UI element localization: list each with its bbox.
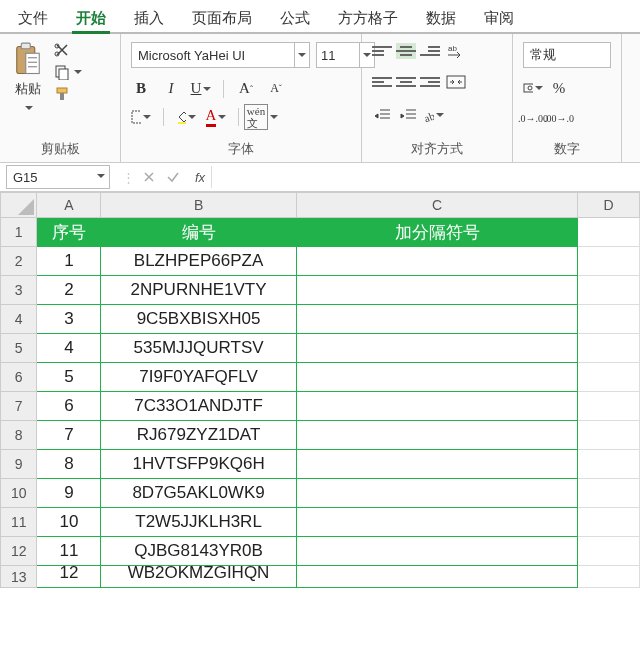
menu-review[interactable]: 审阅 bbox=[470, 5, 528, 32]
italic-button[interactable]: I bbox=[161, 79, 181, 99]
increase-indent-button[interactable] bbox=[398, 105, 418, 125]
select-all-corner[interactable] bbox=[1, 193, 37, 218]
borders-button[interactable] bbox=[131, 107, 151, 127]
row-header[interactable]: 1 bbox=[1, 218, 37, 247]
cell[interactable]: 535MJJQURTSV bbox=[101, 334, 297, 363]
cell[interactable] bbox=[296, 508, 578, 537]
cell[interactable] bbox=[296, 537, 578, 566]
cell[interactable]: 4 bbox=[37, 334, 101, 363]
column-header-B[interactable]: B bbox=[101, 193, 297, 218]
row-header[interactable]: 11 bbox=[1, 508, 37, 537]
align-middle-button[interactable] bbox=[396, 43, 416, 59]
menu-file[interactable]: 文件 bbox=[4, 5, 62, 32]
row-header[interactable]: 9 bbox=[1, 450, 37, 479]
wrap-text-button[interactable]: ab bbox=[446, 42, 466, 60]
align-bottom-button[interactable] bbox=[420, 43, 440, 59]
align-center-button[interactable] bbox=[396, 74, 416, 90]
copy-button[interactable] bbox=[54, 64, 82, 80]
cell[interactable] bbox=[296, 421, 578, 450]
column-header-C[interactable]: C bbox=[296, 193, 578, 218]
align-right-button[interactable] bbox=[420, 74, 440, 90]
cell[interactable]: BLZHPEP66PZA bbox=[101, 247, 297, 276]
cell[interactable]: RJ679ZYZ1DAT bbox=[101, 421, 297, 450]
align-top-button[interactable] bbox=[372, 43, 392, 59]
cell[interactable]: 11 bbox=[37, 537, 101, 566]
cell[interactable] bbox=[296, 479, 578, 508]
cell[interactable]: 5 bbox=[37, 363, 101, 392]
number-format-select[interactable]: 常规 bbox=[523, 42, 611, 68]
row-header[interactable]: 3 bbox=[1, 276, 37, 305]
cell[interactable]: 9C5BXBISXH05 bbox=[101, 305, 297, 334]
cell[interactable]: 2 bbox=[37, 276, 101, 305]
cell[interactable]: 6 bbox=[37, 392, 101, 421]
decrease-font-button[interactable]: Aˇ bbox=[266, 79, 286, 99]
cell[interactable] bbox=[578, 276, 640, 305]
cell[interactable]: QJBG8143YR0B bbox=[101, 537, 297, 566]
bold-button[interactable]: B bbox=[131, 79, 151, 99]
cell[interactable] bbox=[296, 334, 578, 363]
decrease-decimal-button[interactable]: .00→.0 bbox=[549, 108, 569, 128]
cell[interactable] bbox=[578, 218, 640, 247]
fx-label[interactable]: fx bbox=[195, 170, 205, 185]
cancel-icon[interactable] bbox=[141, 169, 157, 185]
merge-cells-button[interactable] bbox=[446, 73, 466, 91]
paste-dropdown-icon[interactable] bbox=[23, 100, 33, 115]
cut-button[interactable] bbox=[54, 42, 82, 58]
cell[interactable] bbox=[578, 334, 640, 363]
format-painter-button[interactable] bbox=[54, 86, 82, 102]
row-header[interactable]: 4 bbox=[1, 305, 37, 334]
menu-page-layout[interactable]: 页面布局 bbox=[178, 5, 266, 32]
row-header[interactable]: 7 bbox=[1, 392, 37, 421]
cell[interactable] bbox=[296, 450, 578, 479]
menu-ffgz[interactable]: 方方格子 bbox=[324, 5, 412, 32]
column-header-A[interactable]: A bbox=[37, 193, 101, 218]
cell[interactable]: 9 bbox=[37, 479, 101, 508]
row-header[interactable]: 5 bbox=[1, 334, 37, 363]
row-header[interactable]: 13 bbox=[1, 566, 37, 588]
menu-insert[interactable]: 插入 bbox=[120, 5, 178, 32]
table-header-cell[interactable]: 编号 bbox=[101, 218, 297, 247]
cell[interactable] bbox=[296, 276, 578, 305]
increase-font-button[interactable]: Aˆ bbox=[236, 79, 256, 99]
cell[interactable]: 12 bbox=[37, 566, 101, 588]
cell[interactable]: 8 bbox=[37, 450, 101, 479]
paste-button[interactable]: 粘贴 bbox=[10, 40, 46, 117]
formula-input[interactable] bbox=[211, 166, 640, 188]
cell[interactable]: 1HVTSFP9KQ6H bbox=[101, 450, 297, 479]
cell[interactable] bbox=[578, 363, 640, 392]
cell[interactable] bbox=[578, 566, 640, 588]
cell[interactable] bbox=[296, 363, 578, 392]
name-box[interactable]: G15 bbox=[6, 165, 110, 189]
cell[interactable]: 7C33O1ANDJTF bbox=[101, 392, 297, 421]
menu-home[interactable]: 开始 bbox=[62, 5, 120, 32]
menu-formulas[interactable]: 公式 bbox=[266, 5, 324, 32]
accounting-format-button[interactable] bbox=[523, 78, 543, 98]
phonetic-button[interactable]: wén文 bbox=[251, 107, 271, 127]
cell[interactable]: T2W5JJKLH3RL bbox=[101, 508, 297, 537]
increase-decimal-button[interactable]: .0→.00 bbox=[523, 108, 543, 128]
cell[interactable]: 1 bbox=[37, 247, 101, 276]
cell[interactable] bbox=[578, 537, 640, 566]
cell[interactable]: 3 bbox=[37, 305, 101, 334]
column-header-D[interactable]: D bbox=[578, 193, 640, 218]
cell[interactable]: WB2OKMZGIHQN bbox=[101, 566, 297, 588]
row-header[interactable]: 12 bbox=[1, 537, 37, 566]
row-header[interactable]: 10 bbox=[1, 479, 37, 508]
cell[interactable] bbox=[578, 421, 640, 450]
cell[interactable]: 10 bbox=[37, 508, 101, 537]
font-name-chevron-icon[interactable] bbox=[294, 43, 309, 67]
font-color-button[interactable]: A bbox=[206, 107, 226, 127]
row-header[interactable]: 6 bbox=[1, 363, 37, 392]
cell[interactable] bbox=[578, 508, 640, 537]
confirm-icon[interactable] bbox=[165, 169, 181, 185]
orientation-button[interactable]: ab bbox=[424, 105, 444, 125]
cell[interactable] bbox=[578, 392, 640, 421]
cell[interactable] bbox=[578, 479, 640, 508]
cell[interactable] bbox=[578, 247, 640, 276]
cell[interactable] bbox=[578, 305, 640, 334]
row-header[interactable]: 2 bbox=[1, 247, 37, 276]
cell[interactable] bbox=[296, 392, 578, 421]
cell[interactable] bbox=[296, 305, 578, 334]
percent-button[interactable]: % bbox=[549, 78, 569, 98]
table-header-cell[interactable]: 加分隔符号 bbox=[296, 218, 578, 247]
